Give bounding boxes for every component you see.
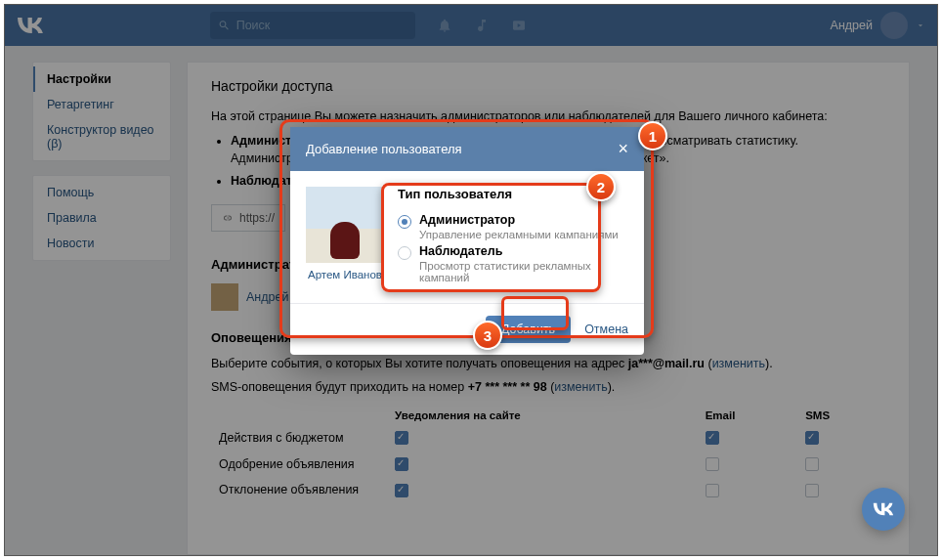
radio-observer[interactable]: НаблюдательПросмотр статистики рекламных… <box>398 244 628 283</box>
cancel-button[interactable]: Отмена <box>584 323 628 336</box>
add-user-modal: Добавление пользователя × Артем Иванов Т… <box>290 127 644 355</box>
vk-float-button[interactable] <box>862 488 905 531</box>
modal-title: Добавление пользователя <box>306 142 462 156</box>
selected-user-card: Артем Иванов <box>306 187 384 287</box>
radio-administrator[interactable]: АдминистраторУправление рекламными кампа… <box>398 213 628 240</box>
modal-footer: Добавить Отмена <box>290 303 644 355</box>
radio-icon <box>398 246 411 260</box>
selected-user-name[interactable]: Артем Иванов <box>306 269 384 280</box>
annotation-badge-3: 3 <box>473 321 502 350</box>
radio-icon <box>398 215 411 229</box>
annotation-badge-1: 1 <box>638 121 667 151</box>
user-photo <box>306 187 384 263</box>
user-type-block: Тип пользователя АдминистраторУправление… <box>398 187 628 287</box>
close-icon[interactable]: × <box>618 139 628 159</box>
modal-header: Добавление пользователя × <box>290 127 644 171</box>
annotation-badge-2: 2 <box>586 172 616 201</box>
